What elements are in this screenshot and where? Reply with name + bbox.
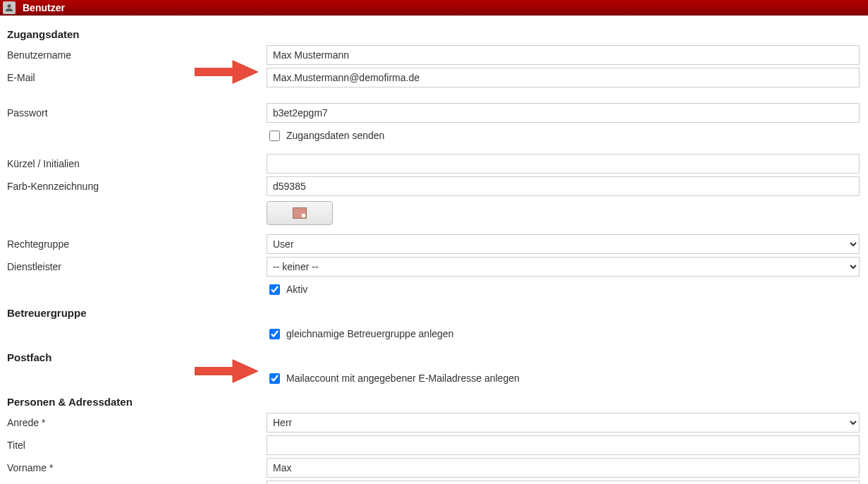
label-initials: Kürzel / Initialien [7,155,267,172]
title-input[interactable] [267,435,860,455]
lastname-input[interactable] [267,480,860,484]
user-icon [3,1,16,14]
active-label: Aktiv [286,284,307,295]
label-provider: Dienstleister [7,258,267,275]
initials-input[interactable] [267,154,860,174]
section-title-mailbox: Postfach [7,351,861,363]
section-title-caregroup: Betreuergruppe [7,307,861,319]
label-username: Benutzername [7,47,267,63]
label-email: E-Mail [7,69,267,86]
send-access-checkbox[interactable] [269,131,280,141]
create-caregroup-checkbox[interactable] [269,329,280,339]
username-input[interactable] [267,45,860,65]
color-swatch-icon [293,207,307,219]
label-salutation: Anrede * [7,414,267,431]
label-password: Passwort [7,104,267,121]
label-color: Farb-Kennzeichnung [7,178,267,195]
label-rights-group: Rechtegruppe [7,236,267,253]
panel-title: Benutzer [23,2,65,13]
label-title: Titel [7,437,267,454]
color-input[interactable] [267,176,860,196]
create-mailaccount-label: Mailaccount mit angegebener E-Mailadress… [286,373,520,384]
panel-header: Benutzer [0,0,868,16]
color-picker-button[interactable] [267,201,333,225]
section-title-access: Zugangsdaten [7,28,861,40]
provider-select[interactable]: -- keiner -- [267,257,860,277]
section-title-person: Personen & Adressdaten [7,396,861,408]
create-caregroup-label: gleichnamige Betreuergruppe anlegen [286,328,453,339]
create-mailaccount-checkbox[interactable] [269,373,280,384]
salutation-select[interactable]: Herr [267,413,860,432]
active-checkbox[interactable] [269,284,280,295]
user-form: Zugangsdaten Benutzername E-Mail Passwor… [0,16,868,484]
firstname-input[interactable] [267,458,860,478]
email-input[interactable] [267,68,860,87]
send-access-label: Zugangsdaten senden [286,130,384,141]
rights-group-select[interactable]: User [267,234,860,254]
password-input[interactable] [267,103,860,123]
label-firstname: Vorname * [7,459,267,476]
